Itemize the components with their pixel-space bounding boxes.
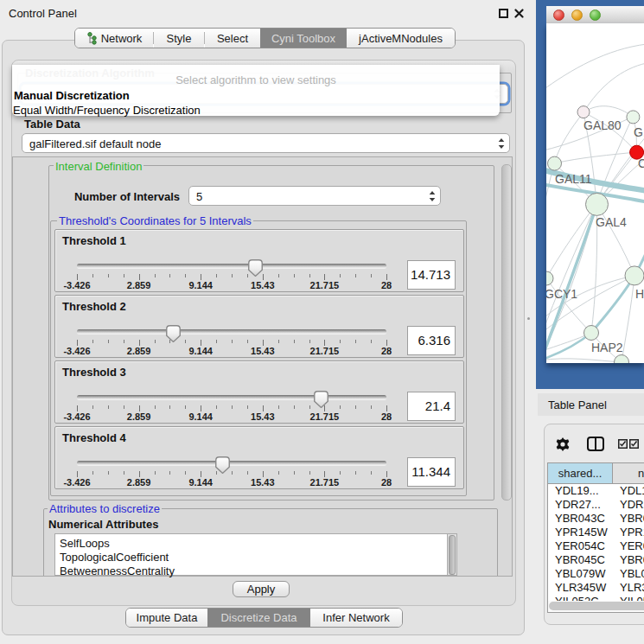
svg-text:C: C <box>638 156 644 170</box>
svg-text:GAL4: GAL4 <box>596 215 627 229</box>
svg-text:H: H <box>635 287 644 301</box>
svg-text:GAL80: GAL80 <box>583 118 622 132</box>
svg-text:GAL11: GAL11 <box>555 172 592 186</box>
svg-text:G.: G. <box>634 125 644 139</box>
svg-text:HAP2: HAP2 <box>591 341 623 354</box>
svg-text:GCY1: GCY1 <box>546 287 577 301</box>
